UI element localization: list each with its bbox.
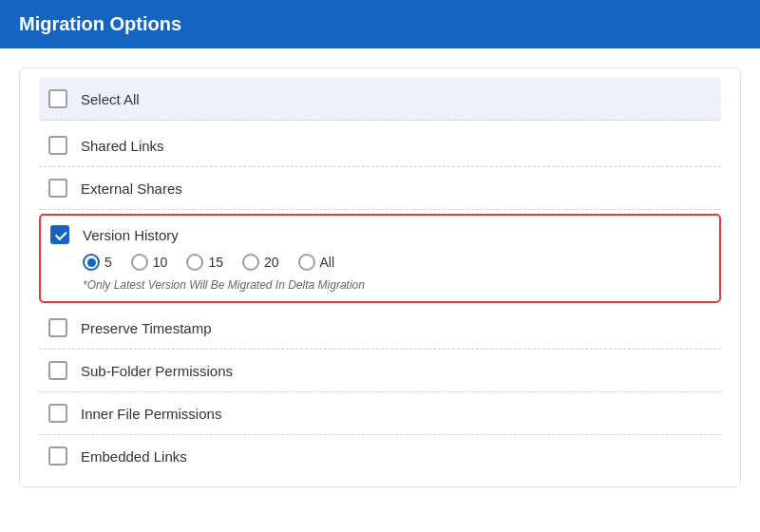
- radio-15[interactable]: 15: [186, 254, 223, 271]
- external-shares-checkbox[interactable]: [48, 179, 67, 198]
- radio-20-outer: [242, 254, 259, 271]
- inner-file-permissions-checkbox[interactable]: [48, 404, 67, 423]
- shared-links-label: Shared Links: [81, 138, 164, 154]
- select-all-checkbox[interactable]: [48, 89, 67, 108]
- radio-20-label: 20: [264, 255, 279, 270]
- content-area: Select All Shared Links External Shares …: [0, 48, 760, 532]
- radio-all[interactable]: All: [298, 254, 335, 271]
- embedded-links-checkbox[interactable]: [48, 446, 67, 466]
- select-all-label: Select All: [81, 91, 140, 107]
- sub-folder-permissions-row: Sub-Folder Permissions: [39, 350, 721, 392]
- radio-15-outer: [186, 254, 203, 271]
- radio-10-outer: [131, 254, 148, 271]
- version-history-radio-group: 5 10 15 20: [83, 254, 710, 271]
- header: Migration Options: [0, 0, 760, 48]
- inner-file-permissions-label: Inner File Permissions: [81, 406, 221, 422]
- radio-15-label: 15: [208, 255, 223, 270]
- page-container: Migration Options Select All Shared Link…: [0, 0, 760, 532]
- external-shares-row: External Shares: [39, 167, 721, 210]
- radio-all-label: All: [320, 255, 335, 270]
- radio-10-label: 10: [153, 255, 168, 270]
- preserve-timestamp-row: Preserve Timestamp: [39, 307, 721, 350]
- version-history-block: Version History 5 10: [39, 214, 721, 303]
- select-all-row: Select All: [39, 78, 721, 121]
- external-shares-label: External Shares: [81, 180, 182, 197]
- preserve-timestamp-checkbox[interactable]: [48, 318, 67, 337]
- page-title: Migration Options: [19, 13, 181, 35]
- radio-all-outer: [298, 254, 315, 271]
- radio-5-label: 5: [104, 255, 112, 270]
- version-note: *Only Latest Version Will Be Migrated In…: [83, 278, 710, 292]
- inner-file-permissions-row: Inner File Permissions: [39, 392, 721, 435]
- version-history-checkbox[interactable]: [50, 225, 69, 244]
- embedded-links-row: Embedded Links: [39, 435, 721, 477]
- radio-10[interactable]: 10: [131, 254, 168, 271]
- embedded-links-label: Embedded Links: [81, 448, 187, 465]
- sub-folder-permissions-label: Sub-Folder Permissions: [81, 363, 233, 379]
- radio-5-outer: [83, 254, 100, 271]
- shared-links-row: Shared Links: [39, 124, 721, 167]
- options-card: Select All Shared Links External Shares …: [19, 67, 741, 487]
- preserve-timestamp-label: Preserve Timestamp: [81, 320, 212, 336]
- sub-folder-permissions-checkbox[interactable]: [48, 361, 67, 380]
- shared-links-checkbox[interactable]: [48, 136, 67, 155]
- version-history-header: Version History: [50, 225, 710, 244]
- radio-20[interactable]: 20: [242, 254, 279, 271]
- radio-5-inner: [87, 258, 96, 267]
- radio-5[interactable]: 5: [83, 254, 112, 271]
- version-history-label: Version History: [83, 227, 179, 243]
